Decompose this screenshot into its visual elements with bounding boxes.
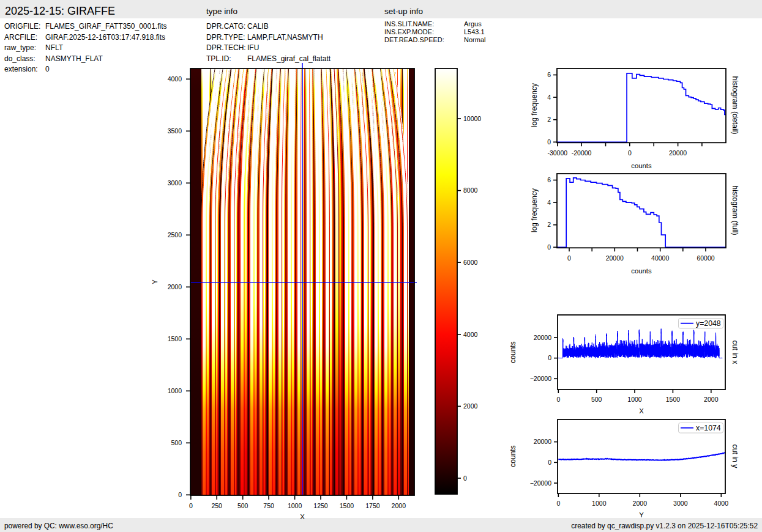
svg-text:500: 500 bbox=[591, 396, 602, 403]
svg-text:1500: 1500 bbox=[340, 502, 354, 509]
svg-text:-20000: -20000 bbox=[572, 149, 592, 157]
svg-text:500: 500 bbox=[237, 502, 248, 509]
svg-text:2000: 2000 bbox=[704, 396, 719, 403]
svg-text:log frequency: log frequency bbox=[530, 83, 539, 127]
svg-text:LAMP,FLAT,NASMYTH: LAMP,FLAT,NASMYTH bbox=[247, 33, 323, 42]
svg-text:type info: type info bbox=[206, 7, 237, 16]
svg-text:1000: 1000 bbox=[168, 387, 182, 394]
svg-text:2: 2 bbox=[547, 221, 551, 228]
svg-text:DPR.TYPE:: DPR.TYPE: bbox=[206, 33, 245, 42]
svg-text:set-up info: set-up info bbox=[384, 7, 423, 16]
svg-text:counts: counts bbox=[631, 162, 652, 169]
svg-text:counts: counts bbox=[509, 445, 517, 467]
svg-text:histogram (detail): histogram (detail) bbox=[731, 76, 739, 135]
svg-text:20000: 20000 bbox=[534, 334, 551, 341]
svg-text:1750: 1750 bbox=[365, 502, 380, 509]
svg-text:extension:: extension: bbox=[4, 65, 38, 73]
svg-text:4000: 4000 bbox=[463, 331, 478, 338]
svg-text:DPR.CATG:: DPR.CATG: bbox=[206, 22, 245, 31]
svg-text:4: 4 bbox=[547, 94, 551, 101]
svg-text:Argus: Argus bbox=[464, 20, 482, 28]
svg-text:0: 0 bbox=[556, 500, 560, 507]
svg-text:2025-12-15: GIRAFFE: 2025-12-15: GIRAFFE bbox=[5, 5, 115, 17]
svg-text:ORIGFILE:: ORIGFILE: bbox=[4, 22, 40, 31]
svg-text:X: X bbox=[639, 407, 644, 415]
svg-text:3500: 3500 bbox=[168, 127, 182, 135]
svg-text:2000: 2000 bbox=[168, 283, 182, 290]
svg-text:Normal: Normal bbox=[464, 36, 485, 43]
svg-text:4000: 4000 bbox=[168, 75, 182, 83]
svg-text:0: 0 bbox=[628, 149, 632, 157]
svg-text:y=2048: y=2048 bbox=[696, 319, 721, 328]
svg-text:do_class:: do_class: bbox=[4, 54, 35, 63]
svg-text:NASMYTH_FLAT: NASMYTH_FLAT bbox=[45, 54, 103, 63]
svg-text:1250: 1250 bbox=[313, 502, 328, 509]
svg-text:TPL.ID:: TPL.ID: bbox=[206, 54, 231, 63]
svg-text:40000: 40000 bbox=[651, 254, 669, 262]
svg-text:4: 4 bbox=[547, 199, 551, 206]
svg-text:log frequency: log frequency bbox=[530, 188, 539, 232]
svg-text:0: 0 bbox=[548, 459, 551, 466]
svg-text:DET.READ.SPEED:: DET.READ.SPEED: bbox=[384, 36, 444, 43]
svg-text:6: 6 bbox=[547, 176, 551, 183]
svg-text:IFU: IFU bbox=[247, 43, 259, 52]
svg-text:0: 0 bbox=[547, 138, 551, 146]
svg-text:3000: 3000 bbox=[673, 500, 688, 507]
svg-text:FLAMES_GIRAF_FATT350_0001.fits: FLAMES_GIRAF_FATT350_0001.fits bbox=[45, 22, 167, 31]
svg-text:20000: 20000 bbox=[606, 254, 624, 262]
svg-text:0: 0 bbox=[178, 491, 182, 498]
svg-text:10000: 10000 bbox=[463, 115, 481, 122]
svg-text:60000: 60000 bbox=[697, 254, 714, 262]
svg-text:NFLT: NFLT bbox=[45, 43, 64, 52]
svg-text:CALIB: CALIB bbox=[247, 22, 269, 31]
svg-text:GIRAF.2025-12-16T03:17:47.918.: GIRAF.2025-12-16T03:17:47.918.fits bbox=[45, 33, 165, 42]
svg-text:x=1074: x=1074 bbox=[696, 424, 721, 432]
svg-text:750: 750 bbox=[263, 502, 274, 509]
svg-text:DPR.TECH:: DPR.TECH: bbox=[206, 43, 246, 52]
svg-text:1500: 1500 bbox=[666, 396, 681, 403]
svg-text:0: 0 bbox=[189, 502, 193, 509]
svg-text:−20000: −20000 bbox=[530, 375, 551, 382]
svg-text:cut in y: cut in y bbox=[731, 445, 739, 469]
svg-text:FLAMES_giraf_cal_flatatt: FLAMES_giraf_cal_flatatt bbox=[247, 54, 331, 63]
svg-text:raw_type:: raw_type: bbox=[4, 43, 36, 52]
svg-text:created by qc_rawdisp.py v1.2.: created by qc_rawdisp.py v1.2.3 on 2025-… bbox=[571, 522, 758, 530]
svg-text:500: 500 bbox=[171, 439, 182, 446]
svg-text:ARCFILE:: ARCFILE: bbox=[4, 33, 37, 42]
svg-text:Y: Y bbox=[639, 511, 644, 519]
svg-text:1000: 1000 bbox=[592, 500, 607, 507]
svg-text:6: 6 bbox=[547, 71, 551, 78]
svg-text:0: 0 bbox=[463, 475, 467, 482]
svg-text:cut in x: cut in x bbox=[731, 341, 739, 365]
svg-text:2000: 2000 bbox=[633, 500, 648, 507]
svg-text:6000: 6000 bbox=[463, 259, 478, 266]
svg-text:1000: 1000 bbox=[627, 396, 642, 403]
svg-text:0: 0 bbox=[556, 396, 560, 403]
svg-text:0: 0 bbox=[548, 354, 551, 361]
svg-text:20000: 20000 bbox=[534, 438, 551, 445]
svg-text:2000: 2000 bbox=[463, 402, 478, 410]
svg-text:4000: 4000 bbox=[714, 500, 729, 507]
svg-text:0: 0 bbox=[567, 254, 571, 262]
svg-text:2000: 2000 bbox=[392, 502, 406, 509]
svg-text:1000: 1000 bbox=[288, 502, 302, 509]
svg-text:3000: 3000 bbox=[168, 179, 182, 187]
svg-text:powered by QC: www.eso.org/HC: powered by QC: www.eso.org/HC bbox=[4, 522, 113, 530]
svg-text:0: 0 bbox=[547, 243, 551, 251]
svg-text:2: 2 bbox=[547, 116, 551, 123]
svg-text:250: 250 bbox=[211, 502, 222, 509]
svg-text:20000: 20000 bbox=[669, 149, 687, 157]
svg-text:0: 0 bbox=[45, 65, 50, 73]
svg-text:1500: 1500 bbox=[168, 335, 182, 342]
svg-text:−20000: −20000 bbox=[530, 479, 551, 487]
svg-text:L543.1: L543.1 bbox=[464, 28, 485, 35]
svg-text:INS.SLIT.NAME:: INS.SLIT.NAME: bbox=[384, 20, 434, 28]
svg-text:counts: counts bbox=[631, 267, 652, 275]
svg-text:histogram (full): histogram (full) bbox=[731, 185, 739, 235]
svg-text:INS.EXP.MODE:: INS.EXP.MODE: bbox=[384, 28, 434, 35]
svg-text:X: X bbox=[300, 513, 305, 520]
svg-text:8000: 8000 bbox=[463, 187, 478, 194]
svg-text:2500: 2500 bbox=[168, 231, 182, 238]
svg-text:-30000: -30000 bbox=[547, 149, 567, 157]
svg-text:Y: Y bbox=[151, 279, 159, 284]
